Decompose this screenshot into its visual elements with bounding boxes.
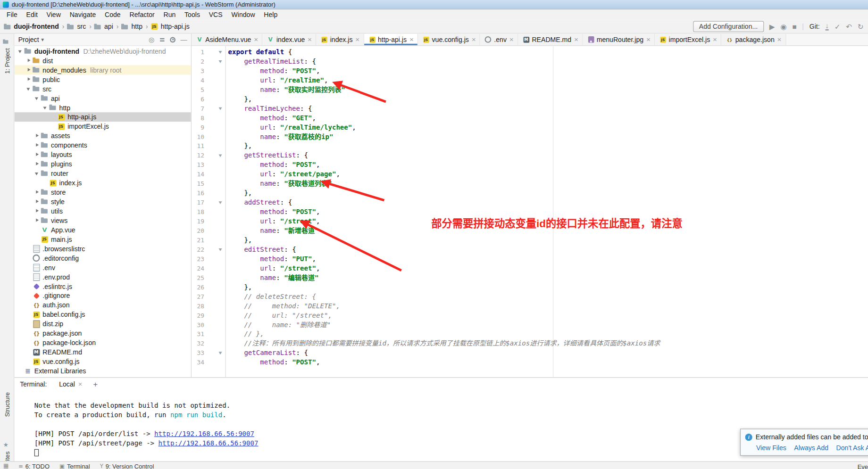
tree-item-style[interactable]: style <box>15 197 191 206</box>
tree-item-index.js[interactable]: index.js <box>15 178 191 188</box>
notification-action-always-add[interactable]: Always Add <box>794 444 828 452</box>
tree-item-components[interactable]: components <box>15 140 191 150</box>
menu-item-run[interactable]: Run <box>159 10 180 20</box>
tab-close-icon[interactable]: × <box>646 36 651 43</box>
editor-tab-menuRouter.jpg[interactable]: menuRouter.jpg× <box>583 34 655 46</box>
stop-icon[interactable]: ■ <box>792 23 796 30</box>
history-icon[interactable]: ↻ <box>858 23 864 30</box>
locate-file-icon[interactable]: ◎ <box>149 36 154 43</box>
tree-item-public[interactable]: public <box>15 74 191 84</box>
tree-item-babel.config.js[interactable]: babel.config.js <box>15 310 191 319</box>
fold-icon[interactable] <box>219 51 222 54</box>
tree-item-App.vue[interactable]: App.vue <box>15 225 191 235</box>
menu-item-window[interactable]: Window <box>227 10 259 20</box>
tree-item-.browserslistrc[interactable]: .browserslistrc <box>15 244 191 253</box>
tree-item-views[interactable]: views <box>15 216 191 225</box>
git-update-icon[interactable]: ↓ <box>825 23 829 30</box>
tree-item-package-lock.json[interactable]: package-lock.json <box>15 338 191 347</box>
tree-item-plugins[interactable]: plugins <box>15 159 191 169</box>
tree-item-dist[interactable]: dist <box>15 56 191 66</box>
tab-close-icon[interactable]: × <box>777 36 782 43</box>
fold-icon[interactable] <box>219 201 222 204</box>
fold-icon[interactable] <box>219 352 222 354</box>
new-terminal-icon[interactable]: + <box>89 380 102 389</box>
tree-item-dist.zip[interactable]: dist.zip <box>15 319 191 329</box>
fold-icon[interactable] <box>219 248 222 251</box>
hide-panel-icon[interactable]: — <box>181 36 187 43</box>
gear-icon[interactable] <box>170 37 175 42</box>
editor-tab-vue.config.js[interactable]: vue.config.js× <box>418 34 480 46</box>
git-commit-icon[interactable]: ✓ <box>835 23 841 30</box>
run-icon[interactable]: ▶ <box>769 23 775 30</box>
breadcrumb-item[interactable]: duoji-frontend <box>3 23 59 31</box>
tree-item-utils[interactable]: utils <box>15 206 191 216</box>
tab-close-icon[interactable]: × <box>713 36 717 43</box>
editor-tab-importExcel.js[interactable]: importExcel.js× <box>655 34 721 46</box>
menu-item-edit[interactable]: Edit <box>22 10 42 20</box>
menu-item-code[interactable]: Code <box>100 10 125 20</box>
fold-icon[interactable] <box>219 60 222 63</box>
add-configuration-button[interactable]: Add Configuration... <box>693 21 764 32</box>
editor-tab-README.md[interactable]: README.md× <box>518 34 583 46</box>
tree-item-.env.prod[interactable]: .env.prod <box>15 272 191 281</box>
close-icon[interactable]: × <box>78 380 82 388</box>
tree-item-vue.config.js[interactable]: vue.config.js <box>15 357 191 366</box>
toolwindow-button-structure[interactable]: Structure <box>0 392 14 417</box>
tree-item-store[interactable]: store <box>15 188 191 197</box>
breadcrumb-item[interactable]: api <box>94 23 113 31</box>
tree-item-README.md[interactable]: README.md <box>15 347 191 357</box>
menu-item-tools[interactable]: Tools <box>180 10 205 20</box>
tree-item-package.json[interactable]: package.json <box>15 329 191 338</box>
statusbar-item-6-todo[interactable]: ≡6: TODO <box>18 463 50 469</box>
tree-item-.env[interactable]: .env <box>15 263 191 272</box>
tree-item-duoji-frontend[interactable]: duoji-frontendD:\zheheWeb\duoji-frontend <box>15 47 191 56</box>
statusbar-item-9-version-control[interactable]: Y9: Version Control <box>100 463 154 469</box>
editor-tab-index.js[interactable]: index.js× <box>316 34 364 46</box>
tree-item-node_modules[interactable]: node_moduleslibrary root <box>15 65 191 74</box>
code-area[interactable]: export default { getRealTimeList: { meth… <box>226 46 868 377</box>
toolwindow-toggle-icon[interactable]: ▦ <box>3 463 8 469</box>
collapse-all-icon[interactable] <box>159 37 165 42</box>
menu-item-file[interactable]: File <box>2 10 22 20</box>
tree-item-api[interactable]: api <box>15 93 191 103</box>
tree-item-main.js[interactable]: main.js <box>15 235 191 244</box>
tab-close-icon[interactable]: × <box>509 36 514 43</box>
fold-icon[interactable] <box>219 154 222 157</box>
editor-body[interactable]: 1234567891011121314151617181920212223242… <box>192 46 868 377</box>
editor-tab-AsideMenu.vue[interactable]: AsideMenu.vue× <box>192 34 263 46</box>
menu-item-help[interactable]: Help <box>259 10 282 20</box>
tree-item-.editorconfig[interactable]: .editorconfig <box>15 253 191 263</box>
tree-item-importExcel.js[interactable]: importExcel.js <box>15 122 191 131</box>
editor-tab-http-api.js[interactable]: http-api.js× <box>364 34 418 46</box>
tree-item-.eslintrc.js[interactable]: .eslintrc.js <box>15 281 191 291</box>
tab-close-icon[interactable]: × <box>409 36 414 43</box>
rollback-icon[interactable]: ↶ <box>846 23 852 30</box>
editor-tab-.env[interactable]: .env× <box>480 34 518 46</box>
tab-close-icon[interactable]: × <box>308 36 312 43</box>
statusbar-item-terminal[interactable]: ▣Terminal <box>59 463 90 469</box>
tab-close-icon[interactable]: × <box>574 36 578 43</box>
breadcrumb-item[interactable]: http <box>121 23 142 31</box>
tab-close-icon[interactable]: × <box>472 36 476 43</box>
tree-item-External Libraries[interactable]: External Libraries <box>15 366 191 376</box>
event-log-button[interactable]: Event Log <box>858 463 868 469</box>
notification-action-don-t-ask-again[interactable]: Don't Ask Again <box>836 444 868 452</box>
breadcrumb-item[interactable]: http-api.js <box>150 23 189 31</box>
terminal-tab-local[interactable]: Local × <box>55 379 87 389</box>
tab-close-icon[interactable]: × <box>355 36 359 43</box>
tree-item-.gitignore[interactable]: .gitignore <box>15 291 191 300</box>
toolwindow-button-project[interactable]: 1: Project <box>0 38 14 74</box>
breadcrumb-item[interactable]: src <box>67 23 86 31</box>
terminal-link[interactable]: http://192.168.66.56:9007 <box>154 430 254 437</box>
tab-close-icon[interactable]: × <box>254 36 258 43</box>
tree-item-src[interactable]: src <box>15 84 191 93</box>
menu-item-navigate[interactable]: Navigate <box>65 10 100 20</box>
tree-item-http[interactable]: http <box>15 103 191 112</box>
menu-item-refactor[interactable]: Refactor <box>125 10 159 20</box>
debug-icon[interactable]: ◉ <box>780 23 786 30</box>
menu-item-view[interactable]: View <box>42 10 65 20</box>
chevron-down-icon[interactable]: ▾ <box>41 36 44 42</box>
tree-item-http-api.js[interactable]: http-api.js <box>15 112 191 122</box>
project-panel-title[interactable]: Project <box>18 36 39 43</box>
terminal-link[interactable]: http://192.168.66.56:9007 <box>159 439 259 447</box>
